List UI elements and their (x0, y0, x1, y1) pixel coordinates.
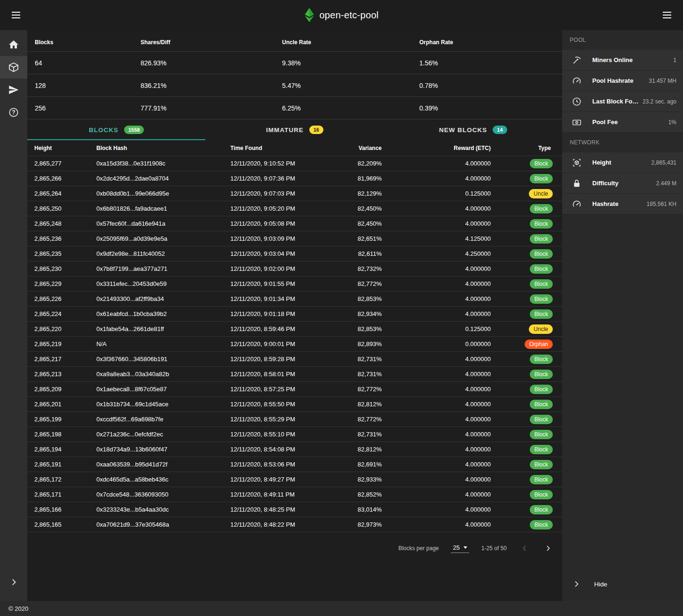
next-page-button[interactable] (542, 543, 554, 554)
cell-time-found: 12/11/2020, 9:02:00 PM (230, 265, 338, 272)
blocks-table: Height Block Hash Time Found Variance Re… (27, 140, 562, 532)
cell-block-hash: N/A (96, 340, 230, 347)
app-title: open-etc-pool (319, 10, 378, 21)
table-row: 2,865,219 N/A 12/11/2020, 9:00:01 PM 82,… (27, 337, 562, 352)
right-menu-button[interactable] (658, 6, 676, 24)
cell-variance: 82,853% (338, 325, 382, 332)
cell-time-found: 12/11/2020, 8:57:25 PM (230, 386, 338, 393)
cell-type: Block (491, 279, 562, 289)
block-type-badge: Block (530, 475, 553, 484)
cell-type: Block (491, 415, 562, 424)
stats-col-uncle: Uncle Rate (282, 39, 419, 46)
stats-row: 128 836.21% 5.47% 0.78% (27, 74, 562, 97)
block-type-badge: Orphan (525, 340, 553, 349)
cell-time-found: 12/11/2020, 8:59:28 PM (230, 355, 338, 363)
cell-type: Block (491, 505, 562, 514)
tab-immature[interactable]: IMMATURE 16 (205, 119, 384, 140)
cell-height: 2,865,224 (34, 310, 96, 317)
stat-value: 2,865,431 (652, 159, 676, 166)
cube-scan-icon (572, 158, 582, 168)
cell-variance: 82,893% (338, 340, 382, 347)
cell-height: 2,865,172 (34, 476, 96, 483)
rail-expand-button[interactable] (0, 571, 27, 593)
nav-help[interactable]: ? (0, 101, 27, 124)
nav-payments[interactable] (0, 79, 27, 101)
cell-reward: 4.000000 (382, 310, 491, 317)
blocks-count-badge: 1558 (124, 126, 144, 134)
cell-height: 2,865,229 (34, 280, 96, 287)
cell-height: 2,865,199 (34, 416, 96, 423)
stat-value: 1% (668, 119, 676, 126)
cell-height: 2,865,235 (34, 250, 96, 257)
tabs: BLOCKS 1558 IMMATURE 16 NEW BLOCKS 14 (27, 119, 562, 140)
nav-blocks[interactable] (0, 56, 27, 79)
left-menu-button[interactable] (7, 6, 25, 24)
cell-reward: 4.000000 (382, 521, 491, 528)
cell-height: 2,865,230 (34, 265, 96, 272)
cell-block-hash: 0xaa063539...b95d41d72f (96, 461, 230, 468)
per-page-value: 25 (453, 544, 459, 551)
gauge-icon (572, 76, 582, 86)
block-type-badge: Block (530, 309, 553, 319)
block-type-badge: Block (530, 445, 553, 454)
cell-reward: 0.000000 (382, 340, 491, 347)
cell-variance: 82,691% (338, 461, 382, 468)
col-variance: Variance (338, 145, 382, 151)
col-hash: Block Hash (96, 145, 230, 151)
main-content: Blocks Shares/Diff Uncle Rate Orphan Rat… (27, 30, 562, 601)
cell-height: 2,865,171 (34, 491, 96, 498)
table-row: 2,865,201 0x1b31b734...69c1d45ace 12/11/… (27, 397, 562, 412)
cell-height: 2,865,194 (34, 446, 96, 453)
block-type-badge: Block (530, 385, 553, 394)
block-type-badge: Block (530, 174, 553, 183)
cell-time-found: 12/11/2020, 8:48:22 PM (230, 521, 338, 528)
hide-panel-button[interactable]: Hide (562, 573, 683, 595)
chevron-right-icon (8, 577, 19, 587)
cell-block-hash: 0xdc465d5a...a58beb436c (96, 476, 230, 483)
table-row: 2,865,248 0x57fec60f...da616e941a 12/11/… (27, 216, 562, 231)
cell-variance: 82,772% (338, 280, 382, 287)
cell-variance: 82,209% (338, 160, 382, 167)
block-type-badge: Block (530, 279, 553, 289)
table-row: 2,865,172 0xdc465d5a...a58beb436c 12/11/… (27, 472, 562, 487)
block-type-badge: Block (530, 505, 553, 514)
cell-reward: 4.000000 (382, 431, 491, 438)
table-row: 2,865,229 0x3311efec...20453d0e59 12/11/… (27, 276, 562, 292)
cell-block-hash: 0x1aebeca8...8f67c05e87 (96, 386, 230, 393)
per-page-select[interactable]: 25 (451, 544, 469, 553)
cell-block-hash: 0x6b801826...fa9adcaee1 (96, 205, 230, 212)
block-type-badge: Block (530, 294, 553, 304)
cell-reward: 4.000000 (382, 446, 491, 453)
cell-block-hash: 0x25095f69...a0d39e9e5a (96, 235, 230, 242)
stat-label: Hashrate (592, 200, 619, 207)
block-type-badge: Block (530, 204, 553, 213)
hamburger-icon (12, 12, 20, 18)
tab-blocks[interactable]: BLOCKS 1558 (27, 119, 205, 140)
table-row: 2,865,213 0xa9a8eab3...03a340a82b 12/11/… (27, 367, 562, 382)
chevron-right-icon (572, 579, 581, 589)
cell-reward: 4.000000 (382, 220, 491, 227)
block-type-badge: Block (530, 355, 553, 364)
cell-block-hash: 0xccdf562f...69a698b7fe (96, 416, 230, 423)
chevron-right-icon (543, 544, 553, 553)
stats-cell: 777.91% (141, 104, 282, 112)
tab-label: IMMATURE (266, 126, 304, 134)
col-height: Height (34, 145, 96, 151)
cell-height: 2,865,250 (34, 205, 96, 212)
nav-home[interactable] (0, 33, 27, 56)
stat-value: 31.457 MH (649, 78, 676, 84)
stats-cell: 128 (35, 82, 141, 89)
table-row: 2,865,198 0x271a236c...0efcfdf2ec 12/11/… (27, 427, 562, 442)
cell-variance: 82,933% (338, 476, 382, 483)
cell-type: Block (491, 490, 562, 499)
cell-height: 2,865,213 (34, 371, 96, 378)
col-time: Time Found (230, 145, 338, 151)
new-blocks-count-badge: 14 (493, 126, 507, 134)
previous-page-button[interactable] (519, 543, 530, 554)
tab-new-blocks[interactable]: NEW BLOCKS 14 (384, 119, 562, 140)
cell-block-hash: 0x2dc4295d...2dae0a8704 (96, 175, 230, 182)
cell-time-found: 12/11/2020, 8:55:50 PM (230, 401, 338, 408)
cell-reward: 4.250000 (382, 250, 491, 257)
pool-section-title: POOL (562, 30, 683, 50)
cell-variance: 82,731% (338, 371, 382, 378)
